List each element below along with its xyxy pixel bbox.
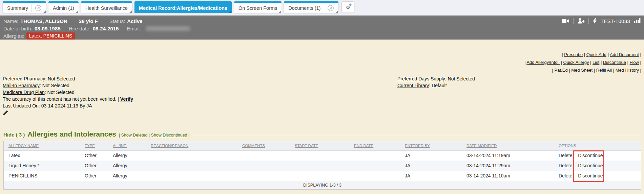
al-int-cell: Allergy [108, 150, 146, 161]
end-date-cell [349, 150, 400, 161]
prescribe-link[interactable]: Prescribe [564, 52, 583, 57]
preferred-days-supply-link[interactable]: Preferred Days Supply [397, 76, 445, 81]
patient-name: THOMAS, ALLISON [20, 18, 67, 24]
patient-id: TEST-10033 [601, 18, 630, 24]
delete-row-link[interactable]: Delete [559, 163, 572, 168]
gear-small-icon: ⚙ [349, 3, 352, 6]
patient-row-2: Date of birth: 08-09-1985 Hire date: 08-… [3, 25, 641, 32]
tab-documents[interactable]: Documents (1) [284, 1, 338, 13]
bar-chart-icon[interactable] [634, 18, 641, 24]
tab-on-screen-forms[interactable]: On Screen Forms [234, 1, 282, 13]
last-updated-by-link[interactable]: JA [86, 103, 92, 108]
patient-header-bar: Name: THOMAS, ALLISON 38 y/o F Status: A… [0, 16, 644, 40]
video-camera-icon[interactable] [562, 18, 569, 24]
date-modified-cell: 03-14-2024 11:10am [462, 171, 558, 181]
allergies-table-panel: ALLERGY NAME TYPE AL./INT. REACTION/REAS… [3, 141, 641, 190]
entered-by-cell: JA [400, 171, 462, 181]
col-comments[interactable]: COMMENTS [242, 144, 265, 148]
medicare-drug-plan-value: Not Selected [47, 90, 75, 95]
icon-separator [573, 18, 574, 24]
start-date-cell [290, 161, 349, 171]
type-cell: Other [80, 161, 108, 171]
discontinue-link[interactable]: Discontinue [603, 60, 626, 65]
allergies-table: ALLERGY NAME TYPE AL./INT. REACTION/REAS… [4, 141, 641, 181]
medicare-drug-plan-link[interactable]: Medicare Drug Plan [3, 90, 45, 95]
refill-all-link[interactable]: Refill All [596, 68, 612, 73]
settings-button[interactable]: ⚙ ⚙ [341, 1, 354, 13]
lightning-icon[interactable] [593, 18, 597, 24]
col-date-modified[interactable]: DATE MODIFIED [466, 144, 497, 148]
popout-icon[interactable] [327, 5, 334, 11]
discontinue-row-link[interactable]: Discontinue [578, 163, 603, 168]
add-document-link[interactable]: Add Document [610, 52, 639, 57]
date-modified-cell: 03-14-2024 11:29am [462, 161, 558, 171]
tab-bar: Summary Admin (1) Health Surveillance Me… [0, 0, 644, 16]
delete-row-link[interactable]: Delete [559, 173, 572, 178]
entered-by-cell: JA [400, 161, 462, 171]
col-allergy-name[interactable]: ALLERGY NAME [8, 144, 39, 148]
icon-separator [588, 18, 589, 24]
med-history-link[interactable]: Med History [616, 68, 639, 73]
col-end-date[interactable]: END DATE [354, 144, 373, 148]
current-library-link[interactable]: Current Library [397, 83, 429, 88]
tab-health-surveillance[interactable]: Health Surveillance [81, 1, 132, 13]
med-sheet-link[interactable]: Med Sheet [571, 68, 593, 73]
delete-row-link[interactable]: Delete [559, 153, 572, 158]
discontinue-row-link[interactable]: Discontinue [578, 153, 603, 158]
mail-in-pharmacy-link[interactable]: Mail-In Pharmacy [3, 83, 40, 88]
patient-row-1: Name: THOMAS, ALLISON 38 y/o F Status: A… [3, 17, 641, 25]
action-links-row-2: Add Allergy/Intol. Quick Allergy List Di… [524, 58, 641, 66]
verify-link[interactable]: Verify [120, 96, 133, 102]
tab-on-screen-forms-label: On Screen Forms [238, 5, 277, 11]
col-al-int[interactable]: AL./INT. [113, 144, 127, 148]
list-link[interactable]: List [593, 60, 599, 65]
preferred-pharmacy-link[interactable]: Preferred Pharmacy [3, 76, 45, 81]
entered-by-cell: JA [400, 150, 462, 161]
add-allergy-intol-link[interactable]: Add Allergy/Intol. [526, 60, 560, 65]
allergy-badge: Latex, PENICILLINS [26, 32, 75, 40]
discontinue-row-link[interactable]: Discontinue [578, 173, 603, 178]
patient-age-sex: 38 y/o F [79, 18, 98, 24]
table-footer: DISPLAYING 1-3 / 3 [4, 181, 641, 189]
last-updated-text: Last Updated On: 03-14-2024 11:19 By [3, 103, 85, 108]
tab-divider [324, 4, 324, 12]
col-reaction-reason[interactable]: REACTION/REASON [151, 144, 188, 148]
end-date-cell [349, 161, 400, 171]
hire-date-value: 08-24-2015 [93, 26, 119, 31]
pat-ed-link[interactable]: Pat.Ed [555, 68, 568, 73]
col-options: OPTIONS [559, 144, 576, 148]
tab-medical-record-allergies-medications[interactable]: Medical Record:Allergies/Medications [134, 1, 232, 13]
main-content: Prescribe Quick Add Add Document Add All… [0, 40, 644, 194]
tab-documents-label: Documents (1) [288, 5, 320, 11]
allergies-label: Allergies: [3, 33, 24, 39]
col-entered-by[interactable]: ENTERED BY [405, 144, 430, 148]
show-discontinued-link[interactable]: Show Discontinued [151, 133, 187, 138]
tab-divider [32, 4, 32, 12]
preferred-days-supply-line: Preferred Days SupplyNot Selected [397, 75, 475, 82]
col-type[interactable]: TYPE [85, 144, 95, 148]
comments-cell [237, 161, 290, 171]
reaction-cell [146, 161, 237, 171]
header-icon-cluster: TEST-10033 [562, 18, 641, 24]
preferred-pharmacy-line: Preferred PharmacyNot Selected [3, 75, 133, 82]
flow-link[interactable]: Flow [630, 60, 639, 65]
quick-allergy-link[interactable]: Quick Allergy [563, 60, 589, 65]
tab-summary[interactable]: Summary [3, 1, 46, 13]
name-label: Name: [3, 18, 18, 24]
table-row: Latex Other Allergy JA 03-14-2024 11:19a… [4, 150, 641, 161]
al-int-cell: Allergy [108, 161, 146, 171]
show-deleted-link[interactable]: Show Deleted [121, 133, 148, 138]
al-int-cell: Allergy [108, 171, 146, 181]
quick-add-link[interactable]: Quick Add [586, 52, 606, 57]
popout-icon[interactable] [35, 5, 42, 11]
table-row: PENICILLINS Other Allergy JA 03-14-2024 … [4, 171, 641, 181]
col-start-date[interactable]: START DATE [295, 144, 318, 148]
heading-rule [192, 135, 641, 135]
add-person-icon[interactable] [577, 18, 585, 24]
pencil-icon[interactable] [3, 110, 8, 116]
hide-section-link[interactable]: Hide ( 3 ) [3, 132, 25, 138]
tab-admin[interactable]: Admin (1) [48, 1, 79, 13]
accuracy-line: The accuracy of this content has not yet… [3, 96, 133, 102]
mail-in-pharmacy-value: Not Selected [42, 83, 69, 88]
action-links-row-1: Prescribe Quick Add Add Document [524, 51, 641, 58]
